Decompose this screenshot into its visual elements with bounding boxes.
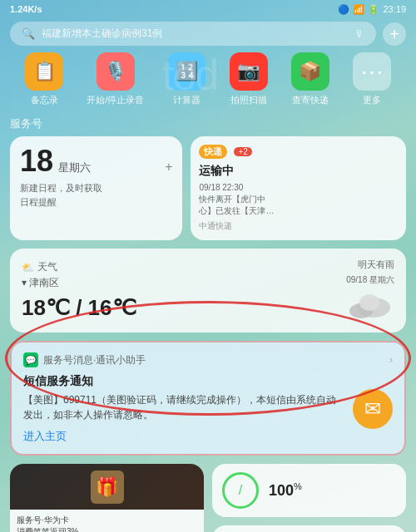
search-mic-icon: 🎙 xyxy=(354,28,364,40)
battery-circle: / xyxy=(222,472,259,509)
network-speed: 1.24K/s xyxy=(10,4,42,14)
express-date: 09/18 22:30 xyxy=(199,182,398,194)
envelope-icon: ✉ xyxy=(364,397,381,421)
add-button[interactable]: + xyxy=(383,22,406,46)
location-name: 津南区 xyxy=(29,277,59,288)
weather-label: 天气 xyxy=(37,260,57,274)
tomorrow-label: 明天有雨 xyxy=(344,259,394,271)
battery-info: 100% xyxy=(269,481,302,500)
more-label: 更多 xyxy=(363,94,381,106)
huawei-card[interactable]: 🎁 服务号·华为卡 消费笔笔返现3% xyxy=(10,464,204,532)
time: 23:19 xyxy=(383,4,406,14)
add-icon: + xyxy=(389,26,399,42)
battery-value: 100% xyxy=(269,481,302,500)
express-source: 中通快递 xyxy=(199,220,398,232)
calendar-date-row: 18 星期六 + xyxy=(20,146,172,176)
express-header: 快递 +2 xyxy=(199,145,398,159)
stat-card-battery[interactable]: / 100% xyxy=(212,464,406,517)
calc-icon: 🔢 xyxy=(167,52,206,91)
status-icons: 🔵 📶 🔋 23:19 xyxy=(338,4,406,15)
search-icon: 🔍 xyxy=(22,27,35,40)
wechat-icon: 💬 xyxy=(25,355,37,366)
service-section-label: 服务号 xyxy=(0,116,416,131)
msg-link[interactable]: 进入主页 xyxy=(23,429,343,444)
express-label: 查寄快递 xyxy=(292,94,329,106)
weather-info: ⛅ 天气 ▾ 津南区 18℃ / 16℃ xyxy=(22,260,344,321)
signal-icon: 📶 xyxy=(353,4,364,15)
express-icon: 📦 xyxy=(291,52,329,91)
stat-cards: / 100% 🏃 今天步数 11905 xyxy=(212,464,406,532)
express-detail2: 心】已发往【天津… xyxy=(199,205,398,217)
msg-title: 短信服务通知 xyxy=(23,374,343,389)
message-card[interactable]: 💬 服务号消息·通讯小助手 › 短信服务通知 【美图】699711（美图验证码，… xyxy=(10,341,406,456)
msg-chevron-icon: › xyxy=(389,354,393,366)
calendar-card[interactable]: 18 星期六 + 新建日程，及时获取 日程提醒 xyxy=(10,136,182,240)
bottom-cards: 🎁 服务号·华为卡 消费笔笔返现3% / 100% 🏃 今天步数 xyxy=(0,464,416,532)
email-icon: ✉ xyxy=(353,389,393,429)
gift-icon: 🎁 xyxy=(91,470,124,504)
battery-icon: 🔋 xyxy=(368,4,379,15)
msg-content: 短信服务通知 【美图】699711（美图验证码，请继续完成操作），本短信由系统自… xyxy=(23,374,393,444)
location-arrow: ▾ xyxy=(22,277,27,288)
calendar-add-icon[interactable]: + xyxy=(165,160,172,175)
search-row: 🔍 福建新增本土确诊病例31例 🎙 + xyxy=(10,22,406,46)
scan-icon: 📷 xyxy=(230,52,268,91)
msg-text-area: 短信服务通知 【美图】699711（美图验证码，请继续完成操作），本短信由系统自… xyxy=(23,374,343,444)
calc-label: 计算器 xyxy=(173,94,201,106)
bluetooth-icon: 🔵 xyxy=(338,4,349,15)
weather-icon: ⛅ xyxy=(22,262,34,273)
calendar-desc-line1: 新建日程，及时获取 xyxy=(20,181,172,195)
calendar-day: 18 xyxy=(20,146,53,176)
msg-card-header: 💬 服务号消息·通讯小助手 › xyxy=(23,352,393,367)
search-text: 福建新增本土确诊病例31例 xyxy=(42,27,348,41)
huawei-card-image: 🎁 xyxy=(10,464,204,510)
weather-temperature: 18℃ / 16℃ xyxy=(22,295,344,321)
msg-service-name: 服务号消息·通讯小助手 xyxy=(43,353,384,367)
scan-label: 拍照扫描 xyxy=(230,94,267,106)
cards-row: 18 星期六 + 新建日程，及时获取 日程提醒 快递 +2 运输中 09/18 … xyxy=(0,136,416,240)
app-icon-express[interactable]: 📦 查寄快递 xyxy=(291,52,329,106)
weather-title: ⛅ 天气 xyxy=(22,260,344,274)
app-icon-calc[interactable]: 🔢 计算器 xyxy=(167,52,206,106)
msg-service-icon: 💬 xyxy=(23,352,38,367)
express-badge: 快递 xyxy=(199,145,227,159)
memo-label: 备忘录 xyxy=(31,94,58,106)
more-icon: ⋯ xyxy=(353,52,391,91)
memo-icon: 📋 xyxy=(25,52,63,91)
status-bar: 1.24K/s 🔵 📶 🔋 23:19 xyxy=(0,0,416,18)
calendar-weekday: 星期六 xyxy=(58,160,91,175)
msg-body: 【美图】699711（美图验证码，请继续完成操作），本短信由系统自动发出，如非本… xyxy=(23,392,343,422)
huawei-card-label: 服务号·华为卡 消费笔笔返现3% xyxy=(10,510,204,532)
cloud-icon xyxy=(344,286,394,319)
app-icon-record[interactable]: 🎙️ 开始/停止录音 xyxy=(87,52,144,106)
calendar-desc-line2: 日程提醒 xyxy=(20,195,172,209)
search-bar[interactable]: 🔍 福建新增本土确诊病例31例 🎙 xyxy=(10,22,376,46)
weather-card[interactable]: ⛅ 天气 ▾ 津南区 18℃ / 16℃ 明天有雨 09/18 星期六 xyxy=(10,249,406,332)
express-card[interactable]: 快递 +2 运输中 09/18 22:30 快件离开【虎门中 心】已发往【天津…… xyxy=(191,136,406,240)
app-icon-more[interactable]: ⋯ 更多 xyxy=(353,52,391,106)
slash-icon: / xyxy=(239,483,242,498)
app-icon-scan[interactable]: 📷 拍照扫描 xyxy=(230,52,268,106)
svg-point-2 xyxy=(359,294,379,311)
record-icon: 🎙️ xyxy=(97,52,135,91)
express-plus-badge: +2 xyxy=(234,147,251,156)
record-label: 开始/停止录音 xyxy=(87,94,144,106)
huawei-service-label: 服务号·华为卡 xyxy=(17,515,197,526)
express-detail1: 快件离开【虎门中 xyxy=(199,194,398,205)
quick-actions: 📋 备忘录 🎙️ 开始/停止录音 🔢 计算器 📷 拍照扫描 📦 查寄快递 ⋯ 更… xyxy=(0,52,416,106)
calendar-desc: 新建日程，及时获取 日程提醒 xyxy=(20,181,172,209)
stat-card-steps[interactable]: 🏃 今天步数 11905 xyxy=(212,525,406,532)
weather-date: 09/18 星期六 xyxy=(344,274,394,286)
weather-location: ▾ 津南区 xyxy=(22,276,344,290)
app-icon-memo[interactable]: 📋 备忘录 xyxy=(25,52,63,106)
weather-forecast: 明天有雨 09/18 星期六 xyxy=(344,259,394,323)
huawei-desc: 消费笔笔返现3% xyxy=(17,526,197,532)
express-status: 运输中 xyxy=(199,164,398,179)
